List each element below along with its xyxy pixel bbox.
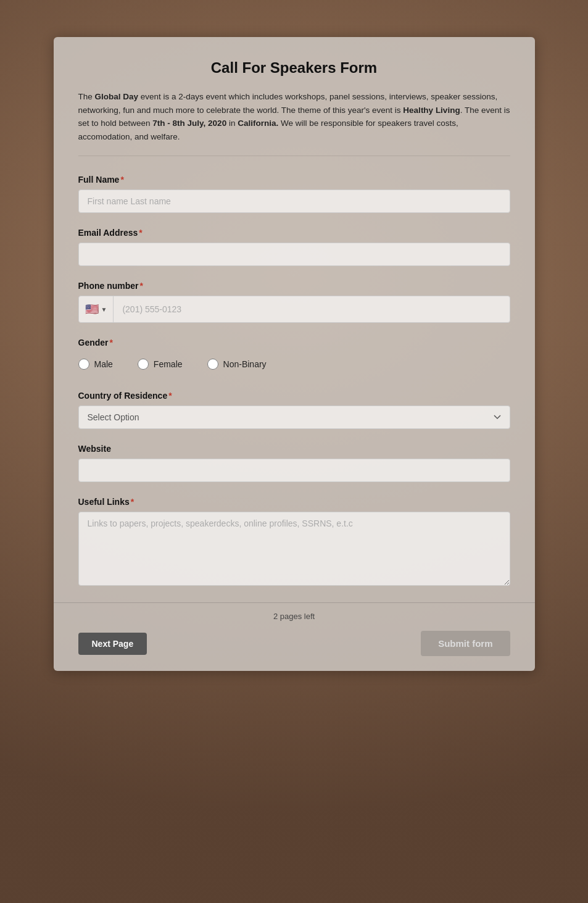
form-description: The Global Day event is a 2-days event w… [78, 90, 510, 156]
useful-links-group: Useful Links* [78, 497, 510, 588]
gender-male-radio[interactable] [78, 359, 89, 370]
next-page-button[interactable]: Next Page [78, 633, 147, 655]
pages-left-indicator: 2 pages left [78, 612, 510, 621]
email-group: Email Address* [78, 228, 510, 266]
gender-nonbinary-option[interactable]: Non-Binary [207, 359, 267, 370]
phone-group: Phone number* 🇺🇸 ▼ [78, 281, 510, 323]
gender-group: Gender* Male Female Non-Binary [78, 338, 510, 376]
page-wrapper: Call For Speakers Form The Global Day ev… [0, 0, 588, 903]
email-required: * [139, 228, 142, 238]
full-name-input[interactable] [78, 189, 510, 213]
submit-form-button[interactable]: Submit form [421, 631, 510, 656]
email-label: Email Address* [78, 228, 510, 238]
phone-label: Phone number* [78, 281, 510, 291]
full-name-required: * [120, 175, 123, 185]
form-footer: 2 pages left Next Page Submit form [54, 602, 535, 671]
phone-wrapper: 🇺🇸 ▼ [78, 296, 510, 323]
flag-emoji: 🇺🇸 [85, 302, 99, 316]
useful-links-textarea[interactable] [78, 512, 510, 586]
gender-label: Gender* [78, 338, 510, 347]
country-group: Country of Residence* Select Option Unit… [78, 391, 510, 429]
website-label: Website [78, 444, 510, 454]
gender-female-radio[interactable] [138, 359, 149, 370]
full-name-group: Full Name* [78, 175, 510, 213]
form-card: Call For Speakers Form The Global Day ev… [54, 37, 535, 671]
useful-links-label: Useful Links* [78, 497, 510, 507]
gender-radio-group: Male Female Non-Binary [78, 352, 510, 376]
country-label: Country of Residence* [78, 391, 510, 401]
gender-nonbinary-radio[interactable] [207, 359, 218, 370]
gender-required: * [110, 338, 113, 347]
gender-female-option[interactable]: Female [138, 359, 183, 370]
useful-links-required: * [131, 497, 134, 507]
form-title: Call For Speakers Form [78, 59, 510, 77]
phone-chevron-icon: ▼ [101, 306, 107, 313]
country-select[interactable]: Select Option United States United Kingd… [78, 406, 510, 429]
footer-buttons: Next Page Submit form [78, 631, 510, 671]
gender-male-option[interactable]: Male [78, 359, 113, 370]
phone-flag-selector[interactable]: 🇺🇸 ▼ [79, 296, 114, 322]
gender-nonbinary-label: Non-Binary [223, 359, 267, 369]
country-required: * [168, 391, 172, 401]
gender-male-label: Male [94, 359, 113, 369]
phone-required: * [140, 281, 143, 291]
gender-female-label: Female [154, 359, 183, 369]
website-input[interactable] [78, 459, 510, 482]
website-group: Website [78, 444, 510, 482]
full-name-label: Full Name* [78, 175, 510, 185]
phone-input[interactable] [114, 298, 509, 320]
email-input[interactable] [78, 243, 510, 266]
